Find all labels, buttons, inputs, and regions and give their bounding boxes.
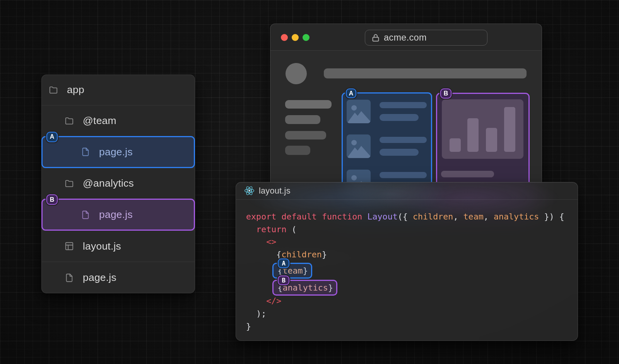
code-line: ); — [246, 308, 578, 320]
highlight-box-b: B — [41, 199, 195, 231]
code-token — [246, 250, 276, 259]
slot-b-badge: B — [440, 88, 451, 99]
highlight-box-a: A — [41, 136, 195, 168]
code-token — [362, 212, 367, 221]
traffic-lights — [281, 34, 310, 41]
editor-header: layout.js — [236, 182, 578, 200]
code-line-slot-b: {analytics}B — [246, 278, 578, 295]
tree-item-label: @analytics — [83, 177, 134, 189]
code-token: ( — [286, 225, 296, 234]
text-skeleton-line — [380, 102, 427, 108]
tree-item-label: layout.js — [83, 240, 121, 252]
code-token: Layout — [367, 212, 397, 221]
chart-bar — [486, 128, 497, 152]
code-token: default — [281, 212, 316, 221]
header-skeleton-bar — [324, 68, 527, 78]
code-line-slot-a: {team}A — [246, 261, 578, 278]
react-icon — [244, 185, 255, 196]
code-line: export default function Layout({ childre… — [246, 211, 578, 223]
minimize-window-button[interactable] — [292, 34, 299, 41]
chart-placeholder — [442, 99, 523, 159]
browser-titlebar: acme.com — [270, 24, 542, 51]
code-token: <> — [266, 237, 276, 247]
code-token — [246, 225, 256, 234]
media-list-item — [347, 134, 429, 158]
code-highlight-box-b: {analytics}B — [272, 280, 337, 296]
tree-item-page-js[interactable]: Apage.js — [42, 136, 195, 168]
code-token: children — [413, 212, 453, 221]
code-line: } — [246, 320, 578, 333]
code-line: {children} — [246, 248, 578, 261]
image-placeholder — [347, 100, 371, 123]
tree-badge-b: B — [46, 194, 58, 205]
folder-icon — [64, 116, 74, 126]
slot-a-badge: A — [346, 88, 356, 98]
url-bar[interactable]: acme.com — [365, 30, 487, 46]
code-token: return — [256, 225, 286, 234]
nav-skeleton-bar — [285, 115, 320, 124]
image-placeholder — [347, 134, 371, 158]
chart-bar — [504, 107, 515, 152]
code-token: } — [322, 250, 327, 259]
code-token: ({ — [398, 212, 413, 221]
code-line: <> — [246, 236, 578, 248]
tree-item-label: app — [67, 84, 84, 96]
nav-skeleton-bar — [285, 146, 310, 155]
lock-icon — [371, 33, 380, 43]
code-token — [246, 237, 266, 247]
chart-bar — [450, 138, 461, 152]
tree-item-label: @team — [83, 115, 116, 127]
code-token: } — [328, 283, 333, 293]
tree-item-layout-js[interactable]: layout.js — [42, 230, 195, 262]
file-icon — [64, 273, 74, 283]
code-editor-panel: layout.js export default function Layout… — [236, 182, 578, 341]
code-line: </> — [246, 295, 578, 308]
tree-item-app[interactable]: app — [42, 75, 195, 105]
code-token — [246, 309, 256, 318]
code-token: { — [276, 250, 281, 259]
code-token: export — [246, 212, 276, 221]
code-token — [246, 296, 266, 306]
tree-item-label: page.js — [83, 272, 116, 284]
text-skeleton-line — [380, 149, 419, 156]
editor-filename: layout.js — [259, 186, 291, 196]
code-token: team — [463, 212, 484, 221]
code-line: return ( — [246, 223, 578, 236]
tree-item--team[interactable]: @team — [42, 105, 195, 136]
code-token: , — [484, 212, 494, 221]
code-token: }) { — [539, 212, 564, 221]
code-badge-a: A — [278, 259, 289, 268]
text-skeleton-line — [380, 172, 427, 178]
tree-item--analytics[interactable]: @analytics — [42, 168, 195, 199]
code-token: } — [303, 266, 308, 276]
avatar-placeholder — [286, 63, 307, 84]
code-token: analytics — [494, 212, 539, 221]
code-indent — [246, 264, 276, 274]
file-tree-panel: app@teamApage.js@analyticsBpage.jslayout… — [41, 75, 195, 293]
nav-skeleton-bar — [285, 100, 332, 109]
code-token — [276, 212, 281, 221]
code-indent — [246, 281, 276, 291]
code-token: , — [453, 212, 463, 221]
code-token: analytics — [282, 283, 328, 293]
url-text: acme.com — [384, 32, 427, 43]
code-token: function — [322, 212, 362, 221]
nav-skeleton-bar — [285, 131, 326, 139]
folder-icon — [48, 85, 58, 95]
text-skeleton-line — [380, 137, 427, 143]
media-list-item — [347, 100, 429, 123]
close-window-button[interactable] — [281, 34, 288, 41]
code-token: children — [281, 250, 321, 259]
tree-item-page-js[interactable]: page.js — [42, 262, 195, 293]
text-skeleton-line — [380, 114, 419, 121]
code-block: export default function Layout({ childre… — [236, 200, 578, 333]
code-token: ); — [256, 309, 266, 318]
code-token: } — [246, 321, 251, 331]
zoom-window-button[interactable] — [303, 34, 310, 41]
tree-item-page-js[interactable]: Bpage.js — [42, 199, 195, 230]
tree-badge-a: A — [46, 132, 58, 142]
chart-caption-skeleton — [441, 171, 494, 177]
code-token — [317, 212, 322, 221]
folder-icon — [64, 179, 74, 189]
code-badge-b: B — [278, 276, 289, 285]
